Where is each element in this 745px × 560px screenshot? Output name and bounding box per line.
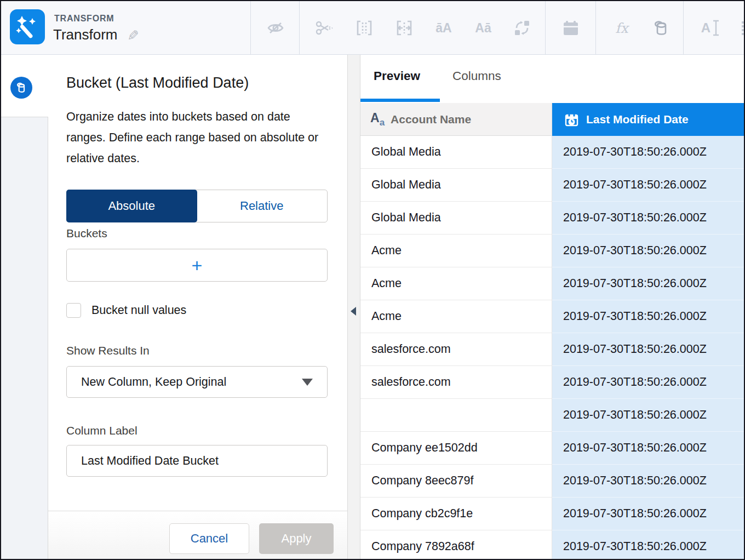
panel-description: Organize dates into buckets based on dat…: [66, 106, 326, 169]
app-window: TRANSFORM Transform ✎: [0, 0, 745, 560]
text-Aa-icon: Aa: [370, 112, 385, 127]
add-bucket-button[interactable]: +: [66, 249, 328, 282]
account-name-cell: Acme: [360, 235, 552, 267]
account-name-cell: Global Media: [360, 169, 552, 202]
table-row: 2019-07-30T18:50:26.000Z: [360, 399, 745, 432]
column-label-value: Last Modified Date Bucket: [81, 454, 219, 468]
uppercase-Aa-icon[interactable]: Aā: [471, 16, 495, 40]
last-modified-date-cell: 2019-07-30T18:50:26.000Z: [552, 498, 745, 530]
table-row: Global Media 2019-07-30T18:50:26.000Z: [360, 136, 745, 169]
node-name: Transform: [53, 26, 118, 43]
show-results-value: New Column, Keep Original: [81, 375, 226, 389]
toolbar-divider: [545, 1, 546, 55]
active-tab-underline: [360, 99, 440, 102]
formula-fx-icon[interactable]: fx: [610, 16, 634, 40]
transform-config-panel: Bucket (Last Modified Date) Organize dat…: [48, 55, 347, 560]
table-row: Company 7892a68f 2019-07-30T18:50:26.000…: [360, 530, 745, 560]
buckets-label: Buckets: [66, 227, 107, 240]
overflow-bars-icon[interactable]: [732, 16, 745, 40]
toolbar-divider: [299, 1, 300, 55]
account-name-cell: salesforce.com: [360, 366, 552, 399]
chevron-down-icon: [302, 379, 313, 386]
last-modified-date-cell: 2019-07-30T18:50:26.000Z: [552, 530, 745, 560]
calendar-icon[interactable]: [559, 16, 583, 40]
table-row: Acme 2019-07-30T18:50:26.000Z: [360, 267, 745, 300]
canvas-background: [1, 117, 48, 560]
panel-divider: [347, 55, 360, 560]
table-body: Global Media 2019-07-30T18:50:26.000Z Gl…: [360, 136, 745, 560]
last-modified-date-cell: 2019-07-30T18:50:26.000Z: [552, 432, 745, 465]
table-row: Global Media 2019-07-30T18:50:26.000Z: [360, 169, 745, 202]
last-modified-date-cell: 2019-07-30T18:50:26.000Z: [552, 399, 745, 432]
column-label-label: Column Label: [66, 424, 137, 437]
collapse-panel-handle[interactable]: [351, 307, 356, 316]
table-header-row: Aa Account Name Last Modified Date: [360, 103, 745, 136]
lowercase-aA-icon[interactable]: āA: [432, 16, 456, 40]
last-modified-date-cell: 2019-07-30T18:50:26.000Z: [552, 333, 745, 366]
column-label-input[interactable]: Last Modified Date Bucket: [66, 445, 328, 477]
account-name-cell: Acme: [360, 267, 552, 300]
apply-button[interactable]: Apply: [259, 523, 334, 554]
table-row: salesforce.com 2019-07-30T18:50:26.000Z: [360, 333, 745, 366]
show-results-label: Show Results In: [66, 344, 150, 357]
last-modified-date-cell: 2019-07-30T18:50:26.000Z: [552, 235, 745, 267]
table-row: Company 8eec879f 2019-07-30T18:50:26.000…: [360, 465, 745, 498]
last-modified-date-cell: 2019-07-30T18:50:26.000Z: [552, 202, 745, 235]
bucket-node-icon[interactable]: [10, 77, 32, 99]
column-header-last-modified-date[interactable]: Last Modified Date: [552, 103, 745, 136]
toolbar-divider: [595, 1, 596, 55]
date-mode-toggle: Absolute Relative: [66, 190, 328, 222]
last-modified-date-cell: 2019-07-30T18:50:26.000Z: [552, 366, 745, 399]
recipe-canvas-edge: [1, 55, 48, 560]
bucket-null-label: Bucket null values: [91, 304, 186, 317]
table-row: Global Media 2019-07-30T18:50:26.000Z: [360, 202, 745, 235]
toolbar-divider: [683, 1, 684, 55]
panel-title: Bucket (Last Modified Date): [66, 75, 249, 92]
account-name-cell: salesforce.com: [360, 333, 552, 366]
account-name-cell: Global Media: [360, 202, 552, 235]
table-row: Acme 2019-07-30T18:50:26.000Z: [360, 300, 745, 333]
show-results-select[interactable]: New Column, Keep Original: [66, 366, 328, 398]
last-modified-date-cell: 2019-07-30T18:50:26.000Z: [552, 267, 745, 300]
last-modified-date-cell: 2019-07-30T18:50:26.000Z: [552, 465, 745, 498]
table-row: Company ee1502dd 2019-07-30T18:50:26.000…: [360, 432, 745, 465]
account-name-cell: Acme: [360, 300, 552, 333]
plus-icon: +: [192, 256, 203, 275]
relative-toggle-button[interactable]: Relative: [197, 190, 328, 222]
table-row: Company cb2c9f1e 2019-07-30T18:50:26.000…: [360, 498, 745, 530]
account-name-cell: [360, 399, 552, 432]
account-name-cell: Global Media: [360, 136, 552, 169]
column-header-account-name[interactable]: Aa Account Name: [360, 103, 552, 136]
edit-values-text-cursor-icon[interactable]: A: [698, 16, 723, 40]
calendar-clock-icon: [564, 112, 579, 127]
account-name-cell: Company 7892a68f: [360, 530, 552, 560]
magic-wand-icon: [10, 9, 45, 44]
tab-columns[interactable]: Columns: [452, 69, 501, 83]
table-row: Acme 2019-07-30T18:50:26.000Z: [360, 235, 745, 267]
replace-swap-icon[interactable]: [510, 16, 534, 40]
pencil-icon[interactable]: ✎: [127, 27, 139, 44]
bucket-icon[interactable]: [649, 16, 673, 40]
top-header-bar: TRANSFORM Transform ✎: [1, 1, 744, 55]
account-name-cell: Company 8eec879f: [360, 465, 552, 498]
last-modified-date-cell: 2019-07-30T18:50:26.000Z: [552, 169, 745, 202]
toolbar-divider: [250, 1, 251, 55]
node-type-label: TRANSFORM: [54, 14, 114, 24]
tab-preview[interactable]: Preview: [374, 69, 420, 83]
cancel-button[interactable]: Cancel: [169, 523, 249, 554]
bucket-null-checkbox[interactable]: [66, 303, 81, 318]
bucket-null-row: Bucket null values: [66, 302, 186, 318]
preview-panel: Preview Columns Aa Account Name Last Mod…: [360, 55, 745, 560]
extract-brackets-icon[interactable]: [352, 16, 376, 40]
panel-footer: Cancel Apply: [48, 511, 347, 560]
last-modified-date-cell: 2019-07-30T18:50:26.000Z: [552, 300, 745, 333]
absolute-toggle-button[interactable]: Absolute: [66, 190, 197, 222]
scissors-trim-icon[interactable]: [312, 16, 336, 40]
table-row: salesforce.com 2019-07-30T18:50:26.000Z: [360, 366, 745, 399]
split-columns-icon[interactable]: [392, 16, 416, 40]
account-name-cell: Company cb2c9f1e: [360, 498, 552, 530]
last-modified-date-cell: 2019-07-30T18:50:26.000Z: [552, 136, 745, 169]
account-name-cell: Company ee1502dd: [360, 432, 552, 465]
hide-eye-slash-icon[interactable]: [263, 16, 288, 40]
